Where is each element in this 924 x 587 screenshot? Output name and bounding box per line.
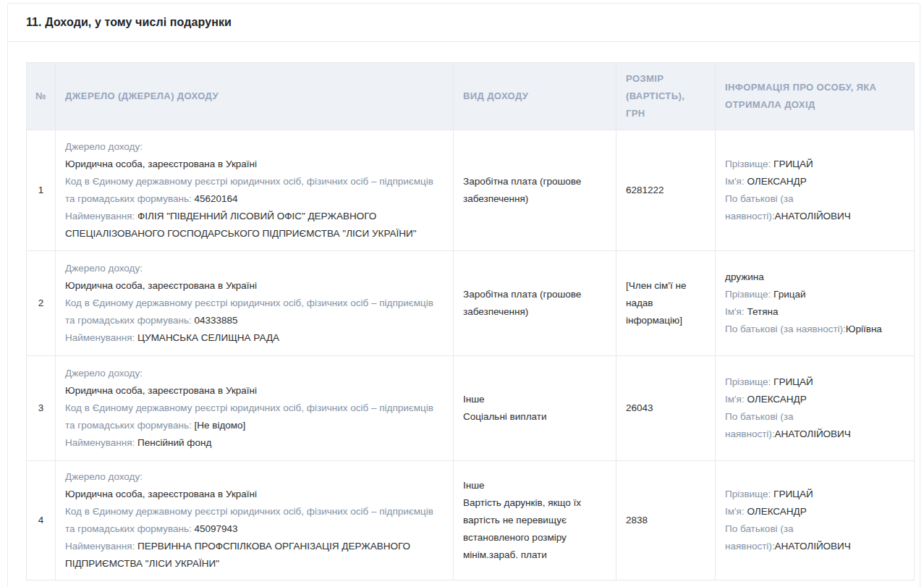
income-source-cell: Джерело доходу: Юридична особа, зареєстр… [56, 461, 454, 580]
row-number: 4 [27, 461, 56, 580]
person-cell: Прізвище: ГРИЦАЙ Ім'я: ОЛЕКСАНДР По бать… [716, 461, 915, 580]
section-header: 11. Доходи, у тому числі подарунки [8, 4, 920, 42]
income-type-cell: Інше Вартість дарунків, якщо їх вартість… [454, 461, 616, 580]
income-type-cell: Заробітна плата (грошове забезпечення) [454, 251, 616, 356]
surname-value: ГРИЦАЙ [773, 376, 813, 387]
section-body: № ДЖЕРЕЛО (ДЖЕРЕЛА) ДОХОДУ ВИД ДОХОДУ РО… [8, 42, 920, 587]
surname-value: ГРИЦАЙ [773, 489, 813, 499]
org-name-label: Найменування: [65, 437, 135, 448]
row-number: 3 [27, 356, 56, 461]
surname-label: Прізвище: [725, 289, 771, 300]
page-title: 11. Доходи, у тому числі подарунки [26, 16, 232, 28]
income-type-line: Інше [463, 391, 606, 408]
firstname-value: ОЛЕКСАНДР [747, 506, 806, 517]
edrpou-code-value: 45620164 [194, 193, 237, 204]
source-label: Джерело доходу: [65, 368, 143, 379]
org-name-label: Найменування: [65, 211, 135, 221]
table-row: 3 Джерело доходу: Юридична особа, зареєс… [27, 356, 915, 461]
firstname-value: Тетяна [747, 306, 778, 317]
income-source-cell: Джерело доходу: Юридична особа, зареєстр… [56, 356, 454, 461]
source-label: Джерело доходу: [65, 263, 143, 274]
income-type-line: Вартість дарунків, якщо їх вартість не п… [463, 494, 606, 564]
income-source-cell: Джерело доходу: Юридична особа, зареєстр… [56, 130, 454, 251]
source-label: Джерело доходу: [65, 141, 143, 152]
column-header-amount: РОЗМІР (ВАРТІСТЬ), ГРН [616, 63, 716, 130]
edrpou-code-value: [Не відомо] [194, 420, 245, 431]
income-type-cell: Інше Соціальні виплати [454, 356, 616, 461]
firstname-label: Ім'я: [725, 506, 745, 517]
income-table-header: № ДЖЕРЕЛО (ДЖЕРЕЛА) ДОХОДУ ВИД ДОХОДУ РО… [27, 63, 915, 130]
income-type-line: Заробітна плата (грошове забезпечення) [463, 173, 606, 208]
edrpou-code-value: 04333885 [194, 315, 237, 326]
surname-value: ГРИЦАЙ [773, 159, 813, 169]
income-type-cell: Заробітна плата (грошове забезпечення) [454, 130, 616, 251]
table-row: 1 Джерело доходу: Юридична особа, зареєс… [27, 130, 915, 251]
edrpou-code-label: Код в Єдиному державному реєстрі юридичн… [65, 402, 433, 431]
amount-cell: 6281222 [616, 130, 716, 251]
org-name-label: Найменування: [65, 332, 135, 343]
patronymic-value: АНАТОЛІЙОВИЧ [775, 428, 851, 439]
income-type-line: Інше [463, 477, 606, 494]
income-table: № ДЖЕРЕЛО (ДЖЕРЕЛА) ДОХОДУ ВИД ДОХОДУ РО… [26, 62, 915, 580]
amount-value: 2838 [626, 512, 705, 529]
firstname-label: Ім'я: [725, 176, 745, 187]
surname-value: Грицай [773, 289, 805, 300]
income-type-line: Соціальні виплати [463, 408, 606, 426]
edrpou-code-value: 45097943 [194, 523, 237, 534]
amount-value: 26043 [626, 400, 705, 417]
firstname-value: ОЛЕКСАНДР [747, 176, 806, 187]
person-cell: дружина Прізвище: Грицай Ім'я: Тетяна По… [716, 251, 915, 356]
amount-cell: 2838 [616, 461, 716, 580]
source-type-value: Юридична особа, зареєстрована в Україні [65, 486, 444, 503]
income-type-line: Заробітна плата (грошове забезпечення) [463, 286, 606, 321]
table-row: 2 Джерело доходу: Юридична особа, зареєс… [27, 251, 915, 356]
amount-cell: 26043 [616, 356, 716, 461]
edrpou-code-label: Код в Єдиному державному реєстрі юридичн… [65, 297, 433, 326]
source-type-value: Юридична особа, зареєстрована в Україні [65, 156, 444, 173]
income-source-cell: Джерело доходу: Юридична особа, зареєстр… [56, 251, 454, 356]
column-header-person: ІНФОРМАЦІЯ ПРО ОСОБУ, ЯКА ОТРИМАЛА ДОХІД [716, 63, 915, 130]
edrpou-code-label: Код в Єдиному державному реєстрі юридичн… [65, 176, 433, 204]
org-name-label: Найменування: [65, 541, 135, 552]
table-row: 4 Джерело доходу: Юридична особа, зареєс… [27, 461, 915, 580]
patronymic-value: Юріївна [846, 324, 882, 334]
column-header-number: № [27, 63, 56, 130]
source-label: Джерело доходу: [65, 471, 143, 482]
org-name-value: ЦУМАНСЬКА СЕЛИЩНА РАДА [137, 332, 279, 343]
firstname-label: Ім'я: [725, 394, 745, 405]
person-cell: Прізвище: ГРИЦАЙ Ім'я: ОЛЕКСАНДР По бать… [716, 130, 915, 251]
row-number: 2 [27, 251, 56, 356]
column-header-income-type: ВИД ДОХОДУ [454, 63, 616, 130]
source-type-value: Юридична особа, зареєстрована в Україні [65, 277, 444, 295]
declaration-section-card: 11. Доходи, у тому числі подарунки № ДЖЕ… [7, 3, 920, 587]
edrpou-code-label: Код в Єдиному державному реєстрі юридичн… [65, 506, 433, 534]
firstname-label: Ім'я: [725, 306, 745, 317]
patronymic-value: АНАТОЛІЙОВИЧ [775, 541, 851, 552]
amount-cell: [Член сім'ї не надав інформацію] [616, 251, 716, 356]
surname-label: Прізвище: [725, 159, 771, 169]
firstname-value: ОЛЕКСАНДР [747, 394, 806, 405]
column-header-source: ДЖЕРЕЛО (ДЖЕРЕЛА) ДОХОДУ [56, 63, 454, 130]
row-number: 1 [27, 130, 56, 251]
source-type-value: Юридична особа, зареєстрована в Україні [65, 382, 444, 400]
person-cell: Прізвище: ГРИЦАЙ Ім'я: ОЛЕКСАНДР По бать… [716, 356, 915, 461]
relation-value: дружина [725, 269, 904, 286]
surname-label: Прізвище: [725, 376, 771, 387]
patronymic-label: По батькові (за наявності): [725, 324, 846, 334]
org-name-value: Пенсійний фонд [137, 437, 211, 448]
amount-value: 6281222 [626, 182, 705, 199]
amount-value: [Член сім'ї не надав інформацію] [626, 277, 705, 329]
surname-label: Прізвище: [725, 489, 771, 499]
patronymic-value: АНАТОЛІЙОВИЧ [775, 211, 851, 221]
